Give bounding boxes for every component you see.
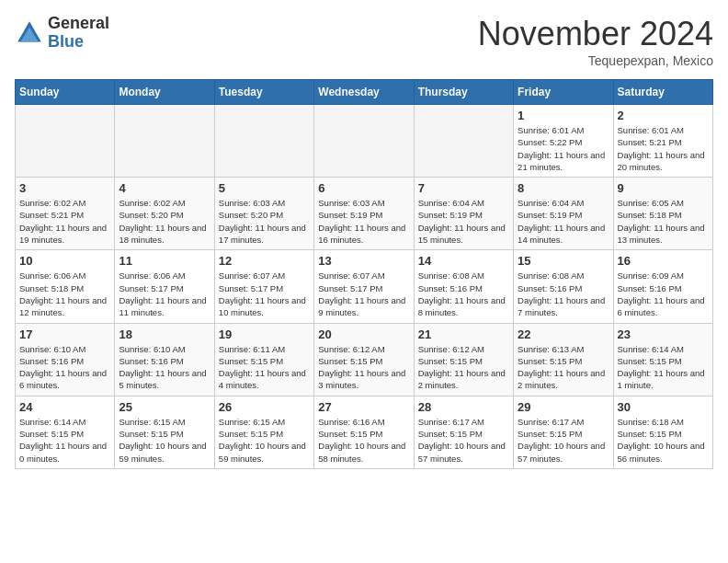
calendar-cell: 13Sunrise: 6:07 AMSunset: 5:17 PMDayligh…	[314, 250, 414, 323]
weekday-header: Wednesday	[314, 80, 414, 105]
month-title: November 2024	[478, 15, 713, 53]
day-number: 9	[618, 181, 709, 195]
day-info: Sunrise: 6:07 AMSunset: 5:17 PMDaylight:…	[219, 270, 310, 318]
calendar-cell: 19Sunrise: 6:11 AMSunset: 5:15 PMDayligh…	[214, 323, 313, 396]
calendar-cell: 10Sunrise: 6:06 AMSunset: 5:18 PMDayligh…	[16, 250, 115, 323]
day-number: 29	[518, 400, 609, 414]
day-info: Sunrise: 6:04 AMSunset: 5:19 PMDaylight:…	[418, 197, 509, 246]
calendar-cell: 21Sunrise: 6:12 AMSunset: 5:15 PMDayligh…	[414, 323, 513, 396]
calendar-cell: 23Sunrise: 6:14 AMSunset: 5:15 PMDayligh…	[613, 323, 712, 396]
calendar-cell: 4Sunrise: 6:02 AMSunset: 5:20 PMDaylight…	[115, 178, 214, 250]
day-number: 15	[518, 254, 609, 268]
calendar-cell: 22Sunrise: 6:13 AMSunset: 5:15 PMDayligh…	[514, 323, 613, 396]
calendar-cell: 27Sunrise: 6:16 AMSunset: 5:15 PMDayligh…	[314, 396, 414, 468]
weekday-header: Friday	[514, 80, 613, 105]
day-info: Sunrise: 6:12 AMSunset: 5:15 PMDaylight:…	[318, 343, 409, 392]
calendar-cell: 26Sunrise: 6:15 AMSunset: 5:15 PMDayligh…	[214, 396, 313, 468]
day-info: Sunrise: 6:09 AMSunset: 5:16 PMDaylight:…	[618, 270, 709, 318]
day-number: 4	[119, 181, 210, 195]
day-info: Sunrise: 6:05 AMSunset: 5:18 PMDaylight:…	[618, 197, 709, 246]
day-number: 19	[219, 327, 310, 341]
calendar-cell: 28Sunrise: 6:17 AMSunset: 5:15 PMDayligh…	[414, 396, 513, 468]
calendar-week-row: 10Sunrise: 6:06 AMSunset: 5:18 PMDayligh…	[16, 250, 713, 323]
calendar-cell: 16Sunrise: 6:09 AMSunset: 5:16 PMDayligh…	[613, 250, 712, 323]
day-info: Sunrise: 6:16 AMSunset: 5:15 PMDaylight:…	[318, 416, 409, 465]
day-number: 3	[19, 181, 110, 195]
day-number: 6	[318, 181, 409, 195]
calendar-week-row: 1Sunrise: 6:01 AMSunset: 5:22 PMDaylight…	[16, 105, 713, 178]
calendar-cell: 2Sunrise: 6:01 AMSunset: 5:21 PMDaylight…	[613, 105, 712, 178]
day-number: 21	[418, 327, 509, 341]
calendar-cell: 14Sunrise: 6:08 AMSunset: 5:16 PMDayligh…	[414, 250, 513, 323]
logo: General Blue	[15, 15, 109, 52]
day-info: Sunrise: 6:14 AMSunset: 5:15 PMDaylight:…	[618, 343, 709, 392]
day-number: 20	[318, 327, 409, 341]
day-number: 5	[219, 181, 310, 195]
logo-general: General	[48, 15, 109, 33]
calendar-cell: 18Sunrise: 6:10 AMSunset: 5:16 PMDayligh…	[115, 323, 214, 396]
logo-blue: Blue	[48, 33, 109, 52]
calendar-cell	[214, 105, 313, 178]
calendar-cell: 24Sunrise: 6:14 AMSunset: 5:15 PMDayligh…	[16, 396, 115, 468]
calendar-cell: 9Sunrise: 6:05 AMSunset: 5:18 PMDaylight…	[613, 178, 712, 250]
day-number: 26	[219, 400, 310, 414]
day-number: 30	[618, 400, 709, 414]
calendar-cell: 12Sunrise: 6:07 AMSunset: 5:17 PMDayligh…	[214, 250, 313, 323]
calendar-cell: 29Sunrise: 6:17 AMSunset: 5:15 PMDayligh…	[514, 396, 613, 468]
weekday-header-row: SundayMondayTuesdayWednesdayThursdayFrid…	[16, 80, 713, 105]
calendar-cell	[16, 105, 115, 178]
logo-icon	[15, 18, 44, 48]
day-number: 13	[318, 254, 409, 268]
weekday-header: Tuesday	[214, 80, 313, 105]
calendar-cell: 7Sunrise: 6:04 AMSunset: 5:19 PMDaylight…	[414, 178, 513, 250]
day-number: 27	[318, 400, 409, 414]
day-info: Sunrise: 6:12 AMSunset: 5:15 PMDaylight:…	[418, 343, 509, 392]
day-number: 17	[19, 327, 110, 341]
day-info: Sunrise: 6:01 AMSunset: 5:21 PMDaylight:…	[618, 124, 709, 173]
day-info: Sunrise: 6:08 AMSunset: 5:16 PMDaylight:…	[518, 270, 609, 318]
day-info: Sunrise: 6:17 AMSunset: 5:15 PMDaylight:…	[418, 416, 509, 465]
calendar-cell: 15Sunrise: 6:08 AMSunset: 5:16 PMDayligh…	[514, 250, 613, 323]
day-info: Sunrise: 6:18 AMSunset: 5:15 PMDaylight:…	[618, 416, 709, 465]
day-info: Sunrise: 6:04 AMSunset: 5:19 PMDaylight:…	[518, 197, 609, 246]
calendar-cell: 17Sunrise: 6:10 AMSunset: 5:16 PMDayligh…	[16, 323, 115, 396]
day-number: 28	[418, 400, 509, 414]
day-number: 22	[518, 327, 609, 341]
calendar-week-row: 3Sunrise: 6:02 AMSunset: 5:21 PMDaylight…	[16, 178, 713, 250]
day-number: 7	[418, 181, 509, 195]
page-header: General Blue November 2024 Tequepexpan, …	[15, 15, 713, 68]
title-block: November 2024 Tequepexpan, Mexico	[478, 15, 713, 68]
day-number: 14	[418, 254, 509, 268]
weekday-header: Sunday	[16, 80, 115, 105]
calendar-cell: 6Sunrise: 6:03 AMSunset: 5:19 PMDaylight…	[314, 178, 414, 250]
day-number: 12	[219, 254, 310, 268]
day-info: Sunrise: 6:03 AMSunset: 5:20 PMDaylight:…	[219, 197, 310, 246]
calendar-cell: 8Sunrise: 6:04 AMSunset: 5:19 PMDaylight…	[514, 178, 613, 250]
calendar-cell: 5Sunrise: 6:03 AMSunset: 5:20 PMDaylight…	[214, 178, 313, 250]
day-number: 24	[19, 400, 110, 414]
weekday-header: Saturday	[613, 80, 712, 105]
location: Tequepexpan, Mexico	[478, 53, 713, 68]
day-number: 25	[119, 400, 210, 414]
day-info: Sunrise: 6:17 AMSunset: 5:15 PMDaylight:…	[518, 416, 609, 465]
day-info: Sunrise: 6:15 AMSunset: 5:15 PMDaylight:…	[119, 416, 210, 465]
calendar-table: SundayMondayTuesdayWednesdayThursdayFrid…	[15, 79, 713, 469]
day-number: 18	[119, 327, 210, 341]
day-number: 1	[518, 109, 609, 122]
day-number: 16	[618, 254, 709, 268]
day-info: Sunrise: 6:10 AMSunset: 5:16 PMDaylight:…	[19, 343, 110, 392]
weekday-header: Monday	[115, 80, 214, 105]
day-info: Sunrise: 6:14 AMSunset: 5:15 PMDaylight:…	[19, 416, 110, 465]
calendar-week-row: 24Sunrise: 6:14 AMSunset: 5:15 PMDayligh…	[16, 396, 713, 468]
calendar-cell	[414, 105, 513, 178]
day-info: Sunrise: 6:06 AMSunset: 5:17 PMDaylight:…	[119, 270, 210, 318]
logo-text: General Blue	[48, 15, 109, 52]
day-info: Sunrise: 6:07 AMSunset: 5:17 PMDaylight:…	[318, 270, 409, 318]
day-number: 11	[119, 254, 210, 268]
calendar-cell: 25Sunrise: 6:15 AMSunset: 5:15 PMDayligh…	[115, 396, 214, 468]
day-info: Sunrise: 6:15 AMSunset: 5:15 PMDaylight:…	[219, 416, 310, 465]
day-number: 10	[19, 254, 110, 268]
weekday-header: Thursday	[414, 80, 513, 105]
day-info: Sunrise: 6:01 AMSunset: 5:22 PMDaylight:…	[518, 124, 609, 173]
day-info: Sunrise: 6:11 AMSunset: 5:15 PMDaylight:…	[219, 343, 310, 392]
